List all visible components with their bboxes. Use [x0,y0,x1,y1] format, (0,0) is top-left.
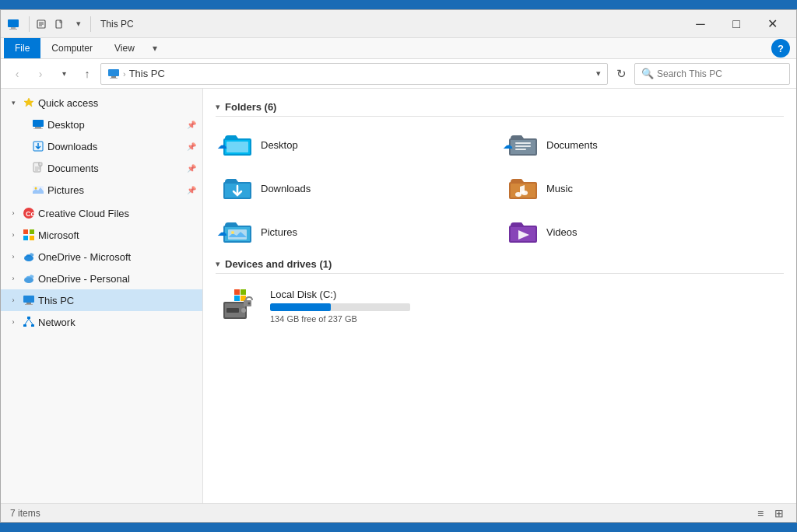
svg-rect-2 [9,29,17,30]
drives-toggle[interactable]: ▾ [216,259,220,269]
tab-file[interactable]: File [4,38,40,58]
breadcrumb-dropdown[interactable]: ▾ [596,68,601,79]
music-folder-label: Music [546,183,573,194]
creative-cloud-expand[interactable]: › [7,207,19,219]
content-area: ▾ Folders (6) ☁ Desktop ☁ [203,89,796,503]
sidebar-item-microsoft[interactable]: › Microsoft [1,224,202,246]
refresh-button[interactable]: ↻ [611,64,631,84]
folder-item-music[interactable]: Music [501,168,784,208]
svg-rect-51 [234,289,240,295]
network-expand[interactable]: › [7,316,19,328]
up-button[interactable]: ↑ [77,64,97,84]
ribbon-tabs: File Computer View ▾ ? [1,38,796,58]
forward-button[interactable]: › [30,64,51,84]
drive-item-c[interactable]: Local Disk (C:) 134 GB free of 237 GB [216,282,784,330]
back-button[interactable]: ‹ [7,64,27,84]
folder-item-pictures[interactable]: ☁ Pictures [216,212,498,252]
svg-rect-1 [11,27,16,29]
maximize-button[interactable]: □ [718,10,754,38]
svg-point-43 [515,192,521,197]
svg-rect-27 [23,236,28,240]
onedrive-personal-expand[interactable]: › [7,272,19,285]
ribbon-collapse-button[interactable]: ▾ [146,39,164,58]
sidebar-item-desktop[interactable]: Desktop 📌 [1,114,202,135]
details-view-button[interactable]: ≡ [753,506,768,521]
folder-item-documents[interactable]: ☁ Documents [501,124,784,165]
sidebar-item-quick-access[interactable]: ▾ Quick access [1,92,202,114]
breadcrumb-current: This PC [129,68,165,79]
downloads-folder-icon [222,173,253,204]
desktop-folder-label: Desktop [261,139,298,151]
this-pc-sidebar-icon [23,294,35,306]
svg-rect-28 [30,236,34,240]
search-input[interactable] [657,68,783,79]
svg-rect-13 [35,127,41,128]
history-dropdown-button[interactable]: ▾ [54,64,74,84]
search-box[interactable]: 🔍 [634,63,790,85]
folder-grid: ☁ Desktop ☁ [216,124,784,252]
downloads-folder-label: Downloads [261,183,311,194]
sidebar-pictures-label: Pictures [47,184,184,196]
svg-rect-26 [30,229,34,234]
network-icon [23,316,35,328]
sidebar-item-pictures[interactable]: Pictures 📌 [1,179,202,201]
desktop-icon [32,118,44,131]
quick-access-toolbar: ▾ [33,16,87,33]
folder-item-videos[interactable]: Videos [501,212,784,252]
svg-point-22 [35,187,37,190]
sidebar-item-onedrive-microsoft[interactable]: › OneDrive - Microsoft [1,246,202,268]
cloud-icon-desktop: ☁ [217,139,227,151]
creative-cloud-icon: Cc [23,207,35,219]
svg-rect-17 [39,163,42,166]
folder-item-desktop[interactable]: ☁ Desktop [216,124,498,165]
folder-item-downloads[interactable]: Downloads [216,168,498,208]
onedrive-microsoft-icon [23,250,35,263]
close-button[interactable]: ✕ [754,10,790,38]
titlebar: ▾ This PC ─ □ ✕ [1,10,796,38]
drive-space: 134 GB free of 237 GB [270,314,410,324]
onedrive-personal-icon [23,272,35,285]
svg-rect-9 [111,76,116,78]
titlebar-app-icons [7,18,19,30]
svg-point-49 [241,308,246,313]
this-pc-expand[interactable]: › [7,294,19,306]
quick-access-expand[interactable]: ▾ [7,96,19,109]
sidebar-item-downloads[interactable]: Downloads 📌 [1,135,202,157]
pin-icon: 📌 [187,121,196,129]
titlebar-separator [29,16,30,32]
svg-rect-45 [228,229,247,240]
minimize-button[interactable]: ─ [683,10,718,38]
sidebar-item-onedrive-personal[interactable]: › OneDrive - Personal [1,268,202,289]
svg-rect-14 [33,128,43,129]
svg-rect-10 [110,78,118,79]
svg-line-38 [29,319,33,324]
sidebar-item-network[interactable]: › Network [1,311,202,333]
sidebar-documents-label: Documents [47,163,184,174]
qat-newfile-button[interactable] [51,16,68,33]
addressbar: ‹ › ▾ ↑ › This PC ▾ ↻ 🔍 [1,59,796,89]
videos-folder-icon [507,216,539,247]
drives-section-header: ▾ Devices and drives (1) [216,258,784,274]
microsoft-expand[interactable]: › [7,229,19,241]
help-button[interactable]: ? [771,39,790,58]
tiles-view-button[interactable]: ⊞ [771,506,787,521]
tab-view[interactable]: View [104,38,146,58]
pin-icon2: 📌 [187,142,196,151]
onedrive-microsoft-expand[interactable]: › [7,250,19,263]
qat-properties-button[interactable] [33,16,50,33]
qat-dropdown-button[interactable]: ▾ [70,16,87,33]
sidebar-item-creative-cloud[interactable]: › Cc Creative Cloud Files [1,202,202,224]
videos-folder-label: Videos [546,226,578,238]
sidebar: ▾ Quick access [1,89,203,503]
microsoft-label: Microsoft [38,229,196,241]
documents-folder-label: Documents [546,139,598,151]
tab-computer[interactable]: Computer [40,38,104,58]
sidebar-item-this-pc[interactable]: › This PC [1,289,202,311]
sidebar-item-documents[interactable]: Documents 📌 [1,157,202,179]
svg-rect-32 [26,303,31,304]
svg-rect-50 [226,308,239,313]
local-disk-icon [222,286,261,325]
breadcrumb[interactable]: › This PC ▾ [100,63,608,85]
window-controls: ─ □ ✕ [683,10,790,38]
folders-toggle[interactable]: ▾ [216,102,220,112]
